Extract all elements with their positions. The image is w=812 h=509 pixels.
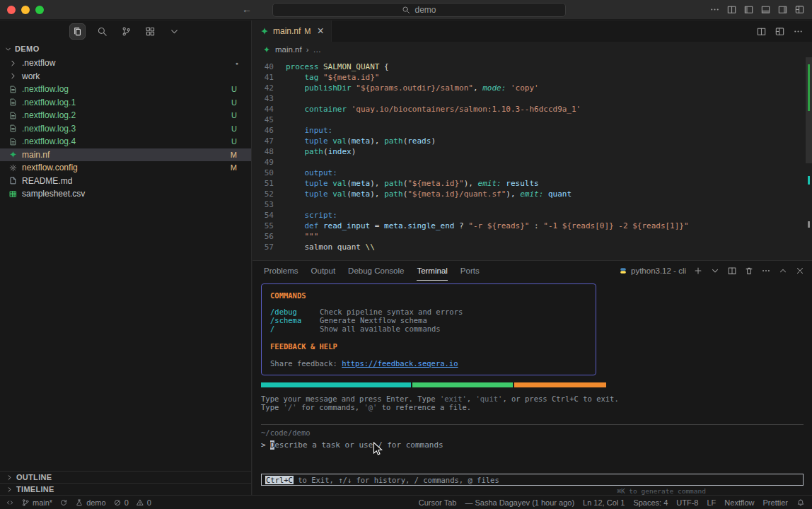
terminal-content: COMMANDS /debugCheck pipeline syntax and…: [261, 283, 804, 450]
status-item-sync-icon[interactable]: [59, 498, 68, 507]
tab-main-nf[interactable]: main.nf M ×: [253, 21, 332, 42]
status-item-nextflow[interactable]: Nextflow: [724, 498, 754, 507]
status-item-prettier[interactable]: Prettier: [763, 498, 788, 507]
panel-tab-debug-console[interactable]: Debug Console: [348, 261, 404, 281]
ellipsis-icon[interactable]: [709, 4, 720, 15]
code-line: 46 input:: [253, 125, 812, 136]
flask-icon: [75, 498, 83, 507]
extensions-view-button[interactable]: [143, 24, 158, 39]
status-item-0[interactable]: 0: [136, 498, 151, 507]
source-control-icon: [121, 26, 132, 37]
panel-tab-ports[interactable]: Ports: [460, 261, 480, 281]
status-label: Spaces: 4: [633, 498, 668, 507]
terminal-command-bar[interactable]: Ctrl+C to Exit, ↑/↓ for history, / comma…: [261, 474, 804, 486]
status-item-remote-icon[interactable]: [6, 498, 14, 507]
status-label: 0: [124, 498, 129, 507]
close-window-button[interactable]: [7, 6, 16, 14]
source-control-view-button[interactable]: [119, 24, 134, 39]
code-line: 42 publishDir "${params.outdir}/salmon",…: [253, 83, 812, 93]
tree-item-main-nf[interactable]: main.nfM: [0, 148, 251, 162]
line-number: 44: [253, 104, 274, 115]
slash-command-row[interactable]: /debugCheck pipeline syntax and errors: [270, 308, 587, 316]
tree-item-work[interactable]: work: [0, 70, 251, 83]
copy-view-button[interactable]: [69, 23, 86, 40]
zoom-window-button[interactable]: [35, 6, 44, 14]
ellipsis-icon[interactable]: [793, 26, 804, 37]
feedback-link[interactable]: https://feedback.seqera.io: [342, 359, 458, 368]
tree-item-readme-md[interactable]: README.md: [0, 175, 251, 188]
chevron-up-icon[interactable]: [778, 266, 788, 276]
command-list: /debugCheck pipeline syntax and errors/s…: [270, 308, 587, 334]
minimize-window-button[interactable]: [21, 6, 30, 14]
git-status-badge: M: [231, 151, 237, 159]
overview-ruler-mark: [808, 64, 810, 111]
file-label: README.md: [22, 176, 72, 186]
tree-item--nextflow-log-1[interactable]: .nextflow.log.1U: [0, 96, 251, 110]
close-icon[interactable]: [795, 266, 805, 276]
text-cursor: D: [270, 440, 275, 450]
sidebar-section-timeline[interactable]: TIMELINE: [0, 483, 251, 495]
chevron-down-icon[interactable]: [710, 266, 720, 276]
tree-item--nextflow-log-3[interactable]: .nextflow.log.3U: [0, 122, 251, 136]
commands-header: COMMANDS: [270, 291, 587, 300]
status-bar-right: Cursor Tab— Sasha Dagayev (1 hour ago)Ln…: [419, 498, 805, 507]
code-editor[interactable]: 40process SALMON_QUANT {41 tag "${meta.i…: [253, 57, 812, 260]
status-item-lf[interactable]: LF: [707, 498, 717, 507]
explorer-section-header[interactable]: DEMO: [0, 42, 251, 56]
tree-item-samplesheet-csv[interactable]: samplesheet.csv: [0, 187, 251, 201]
command-center-search[interactable]: demo: [272, 3, 566, 17]
back-arrow-icon[interactable]: ←: [242, 4, 252, 15]
split-editor-icon[interactable]: [726, 4, 737, 15]
status-item-ln-12-col-1[interactable]: Ln 12, Col 1: [583, 498, 625, 507]
search-view-button[interactable]: [95, 24, 110, 39]
tab-label: main.nf: [273, 26, 301, 36]
tree-item-nextflow-config[interactable]: nextflow.configM: [0, 161, 251, 175]
status-item-bell-icon[interactable]: [796, 498, 805, 507]
status-item-utf-8[interactable]: UTF-8: [676, 498, 698, 507]
tree-item--nextflow[interactable]: .nextflow●: [0, 57, 251, 70]
tree-item--nextflow-log-2[interactable]: .nextflow.log.2U: [0, 109, 251, 122]
chevron-down-view-button[interactable]: [167, 24, 182, 39]
tree-item--nextflow-log[interactable]: .nextflow.logU: [0, 83, 251, 96]
layout-icon[interactable]: [794, 4, 805, 15]
code-line: 47 tuple val(meta), path(reads): [253, 136, 812, 146]
nextflow-icon: [8, 150, 18, 159]
panel-left-icon[interactable]: [743, 4, 754, 15]
tab-close-icon[interactable]: ×: [318, 25, 324, 37]
trash-icon[interactable]: [744, 266, 754, 276]
code-line: 41 tag "${meta.id}": [253, 72, 812, 83]
split-editor-icon[interactable]: [756, 26, 767, 37]
panel-right-icon[interactable]: [777, 4, 788, 15]
terminal-input[interactable]: > D escribe a task or use / for commands: [261, 440, 804, 450]
file-label: main.nf: [22, 150, 50, 160]
panel-tab-terminal[interactable]: Terminal: [417, 261, 447, 281]
brand-gradient-bar: [261, 382, 606, 387]
status-item-0[interactable]: 0: [113, 498, 129, 507]
status-item-sasha-dagayev-1-hour-ago[interactable]: — Sasha Dagayev (1 hour ago): [465, 498, 574, 507]
title-bar: ← demo: [0, 0, 812, 20]
slash-command-row[interactable]: /schemaGenerate Nextflow schema: [270, 316, 587, 324]
status-item-spaces-4[interactable]: Spaces: 4: [633, 498, 668, 507]
status-item-cursor-tab[interactable]: Cursor Tab: [419, 498, 457, 507]
line-number: 52: [253, 189, 274, 199]
file-label: nextflow.config: [22, 163, 78, 172]
sidebar-section-outline[interactable]: OUTLINE: [0, 471, 251, 483]
panel-tab-problems[interactable]: Problems: [264, 261, 298, 281]
status-item-demo[interactable]: demo: [75, 498, 106, 507]
split-icon[interactable]: [727, 266, 737, 276]
vscode-window: ← demo DEMO .nextflow●work.nextflow.logU…: [0, 0, 812, 509]
status-item-main[interactable]: main*: [21, 498, 52, 507]
panel-tab-output[interactable]: Output: [311, 261, 336, 281]
file-label: work: [22, 71, 40, 81]
panel-actions: python3.12 - cli: [619, 261, 805, 281]
tree-item--nextflow-log-4[interactable]: .nextflow.log.4U: [0, 135, 251, 148]
line-number: 43: [253, 93, 274, 104]
ellipsis-icon[interactable]: [761, 266, 771, 276]
panel-bottom-icon[interactable]: [760, 4, 771, 15]
slash-command-row[interactable]: /Show all available commands: [270, 324, 587, 333]
plus-icon[interactable]: [693, 266, 703, 276]
breadcrumb[interactable]: main.nf › …: [253, 42, 812, 57]
layout-icon[interactable]: [775, 26, 785, 37]
breadcrumb-separator: ›: [306, 45, 309, 54]
terminal-profile-selector[interactable]: python3.12 - cli: [619, 267, 686, 275]
